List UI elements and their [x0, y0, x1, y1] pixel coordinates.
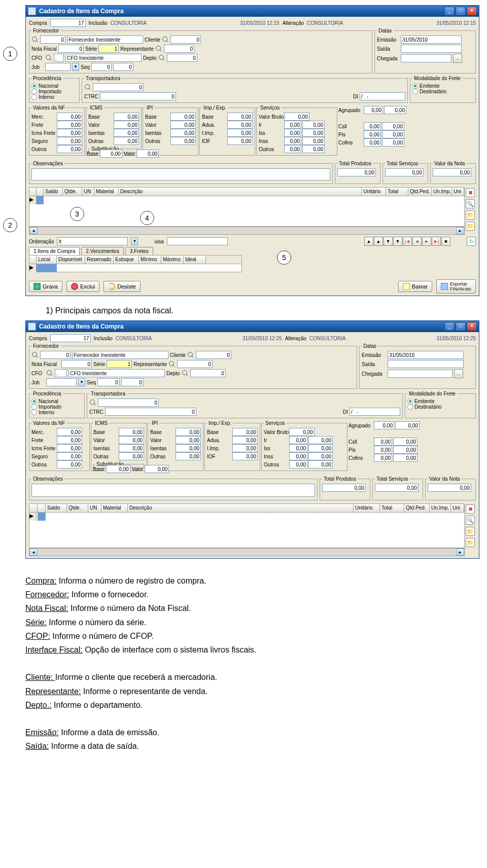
agrupado-field-1[interactable] [374, 421, 394, 429]
nav-next-icon[interactable]: ► [422, 237, 431, 246]
exportar-button[interactable]: ExportarFINAN-tec [436, 279, 476, 294]
titlebar[interactable]: Cadastro de Itens da Compra _ □ × [26, 6, 479, 17]
radio-destinatario[interactable] [412, 89, 418, 94]
col-maximo[interactable]: Máximo [161, 256, 184, 264]
compra-field[interactable] [50, 19, 86, 27]
radio-nacional[interactable] [31, 83, 37, 89]
icms-base-field[interactable] [119, 428, 144, 436]
transportadora-field[interactable] [98, 399, 159, 407]
pis-field[interactable] [374, 446, 392, 454]
fornecedor-id-field[interactable] [40, 35, 65, 44]
representante-field[interactable] [177, 360, 213, 368]
notafiscal-field[interactable] [58, 45, 84, 53]
titlebar-2[interactable]: Cadastro de Itens da Compra _ □ × [26, 321, 479, 332]
inss-field[interactable] [289, 452, 307, 460]
nav-stop-icon[interactable]: ■ [441, 237, 450, 246]
maximize-button[interactable]: □ [456, 322, 466, 331]
icms-valor-field[interactable] [114, 121, 139, 129]
inss-field-2[interactable] [302, 137, 325, 145]
csll-field-2[interactable] [393, 438, 418, 446]
impexp-iimp-field[interactable] [232, 444, 258, 452]
search-icon[interactable] [84, 84, 91, 91]
nav-first-rec-icon[interactable]: |◄ [403, 237, 412, 246]
frete-field[interactable] [57, 121, 82, 129]
observacoes-field[interactable] [31, 168, 330, 180]
nav-up-icon[interactable]: ▲ [374, 237, 383, 246]
radio-importado[interactable] [31, 404, 37, 410]
depto-field[interactable] [167, 54, 197, 62]
grava-button[interactable]: Grava [29, 281, 62, 292]
sub-valor-field[interactable] [145, 465, 169, 473]
view-icon[interactable]: 🔍 [466, 516, 475, 525]
search-icon[interactable] [31, 351, 39, 358]
stock-grid-body[interactable]: ▶ [29, 264, 242, 272]
pis-field-2[interactable] [393, 446, 418, 454]
search-icon[interactable] [46, 370, 53, 377]
merc-field[interactable] [57, 113, 82, 121]
exclui-button[interactable]: Exclui [66, 281, 99, 292]
ipi-base-field[interactable] [176, 428, 201, 436]
sub-base-field[interactable] [106, 465, 130, 473]
chegada-picker-button[interactable]: ... [454, 369, 463, 378]
ipi-base-field[interactable] [170, 113, 196, 121]
tab-itens-compra[interactable]: 1.Itens de Compra [29, 247, 80, 255]
cfo-field[interactable] [55, 369, 67, 377]
cfo-name-field[interactable] [68, 369, 165, 377]
seq-field-2[interactable] [121, 378, 144, 386]
search-icon[interactable] [187, 351, 194, 358]
sub-valor-field[interactable] [136, 150, 159, 158]
nav-down-icon[interactable]: ▼ [384, 237, 393, 246]
job-field[interactable] [45, 63, 71, 71]
radio-interno[interactable] [31, 94, 37, 100]
desiste-button[interactable]: Desiste [103, 281, 141, 292]
cofins-field[interactable] [374, 454, 392, 462]
icms-base-field[interactable] [114, 113, 139, 121]
col-saldo[interactable]: Saldo [44, 188, 63, 196]
icms-outras-field[interactable] [114, 137, 139, 145]
view-icon[interactable]: 🔍 [466, 199, 475, 208]
col-un[interactable]: UN [82, 188, 94, 196]
col-unimp[interactable]: Un.Imp. [430, 504, 451, 512]
dropdown-icon[interactable]: ▼ [72, 63, 79, 71]
cfo-name-field[interactable] [65, 54, 142, 62]
nav-last-icon[interactable]: ▼ [393, 237, 402, 246]
impexp-adua-field[interactable] [232, 436, 258, 444]
fornecedor-name-field[interactable] [67, 35, 143, 44]
compra-field[interactable] [50, 334, 91, 342]
radio-interno[interactable] [31, 410, 37, 415]
col-reservado[interactable]: Reservado [85, 256, 114, 264]
col-descricao[interactable]: Descrição [119, 188, 362, 196]
serie-field[interactable] [107, 360, 132, 368]
col-local[interactable]: Local [37, 256, 57, 264]
ipi-outras-field[interactable] [170, 137, 196, 145]
scroll-right-icon[interactable]: ► [456, 549, 464, 556]
emissao-field[interactable] [401, 35, 462, 44]
agrupado-field-2[interactable] [395, 421, 420, 429]
chegada-picker-button[interactable]: ... [453, 54, 462, 63]
search-icon[interactable] [158, 54, 165, 61]
impexp-base-field[interactable] [232, 428, 258, 436]
icms-valor-field[interactable] [119, 436, 144, 444]
maximize-button[interactable]: □ [456, 7, 466, 16]
scroll-right-icon[interactable]: ► [456, 227, 464, 234]
iss-field-2[interactable] [308, 444, 333, 452]
ipi-isentas-field[interactable] [176, 444, 201, 452]
fornecedor-id-field[interactable] [40, 351, 71, 359]
ir-field-2[interactable] [308, 436, 333, 444]
pis-field-2[interactable] [382, 130, 404, 138]
seguro-field[interactable] [57, 137, 82, 145]
impexp-base-field[interactable] [227, 113, 253, 121]
impexp-iof-field[interactable] [227, 137, 253, 145]
ipi-valor-field[interactable] [176, 436, 201, 444]
merc-field[interactable] [57, 428, 82, 436]
csll-field-2[interactable] [382, 122, 404, 130]
di-field[interactable] [350, 408, 400, 416]
ipi-valor-field[interactable] [170, 121, 196, 129]
col-estoque[interactable]: Estoque [114, 256, 139, 264]
search-icon[interactable] [182, 370, 189, 377]
ipi-outras-field[interactable] [176, 452, 201, 460]
icmsfrete-field[interactable] [57, 444, 82, 452]
col-disponivel[interactable]: Disponível [57, 256, 85, 264]
tab-vencimentos[interactable]: 2.Vencimentos [81, 247, 124, 255]
dropdown-icon[interactable]: ▼ [131, 237, 138, 245]
